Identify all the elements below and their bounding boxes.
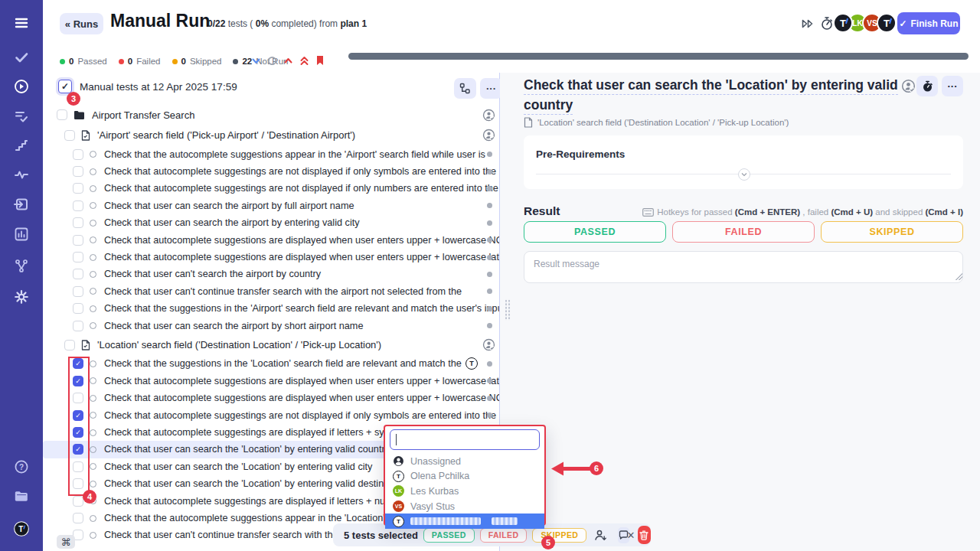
case-status-circle[interactable] bbox=[90, 446, 96, 453]
row-checkbox[interactable] bbox=[73, 166, 83, 177]
person-check-icon[interactable] bbox=[482, 109, 495, 122]
row-checkbox[interactable] bbox=[73, 269, 83, 279]
suite-title[interactable]: 'Location' search field ('Destination Lo… bbox=[97, 339, 499, 350]
plan-link[interactable]: plan 1 bbox=[340, 18, 367, 29]
row-checkbox[interactable] bbox=[64, 340, 75, 350]
case-title[interactable]: Check that user can search the airport b… bbox=[104, 201, 499, 211]
case-status-circle[interactable] bbox=[90, 305, 96, 312]
avatar[interactable]: T bbox=[877, 13, 897, 33]
case-status-circle[interactable] bbox=[90, 481, 96, 487]
detail-more-button[interactable]: ··· bbox=[942, 76, 963, 96]
help-icon[interactable]: ? bbox=[13, 458, 30, 475]
branch-icon[interactable] bbox=[13, 257, 30, 274]
select-all-checkbox[interactable]: ✓ bbox=[58, 80, 72, 93]
row-checkbox[interactable]: ✓ bbox=[73, 358, 83, 369]
bulk-skipped-pill[interactable]: SKIPPED bbox=[532, 528, 586, 543]
row-checkbox[interactable] bbox=[73, 478, 83, 489]
row-checkbox[interactable] bbox=[57, 109, 67, 120]
case-status-circle[interactable] bbox=[90, 202, 96, 209]
person-check-icon[interactable] bbox=[482, 338, 495, 351]
case-title[interactable]: Check that the autocomplete suggestions … bbox=[104, 149, 499, 160]
result-message-input[interactable] bbox=[524, 251, 963, 283]
back-to-runs-button[interactable]: « Runs bbox=[60, 13, 103, 34]
pulse-icon[interactable] bbox=[13, 166, 30, 183]
row-checkbox[interactable]: ✓ bbox=[73, 376, 83, 386]
case-title[interactable]: Check that user can't continue transfer … bbox=[104, 286, 499, 297]
case-title[interactable]: Check that autocomplete suggestions are … bbox=[104, 235, 499, 246]
row-checkbox[interactable] bbox=[64, 130, 75, 141]
list-check-icon[interactable] bbox=[13, 108, 30, 125]
case-status-circle[interactable] bbox=[90, 463, 96, 470]
assignee-option[interactable]: Unassigned bbox=[385, 454, 544, 469]
case-status-circle[interactable] bbox=[90, 271, 96, 278]
folder-title[interactable]: Airport Transfer Search bbox=[92, 109, 499, 121]
row-checkbox[interactable] bbox=[73, 149, 83, 160]
row-checkbox[interactable]: ✓ bbox=[73, 410, 83, 421]
case-title[interactable]: Check that autocomplete suggestions are … bbox=[104, 252, 499, 262]
row-checkbox[interactable] bbox=[73, 183, 83, 194]
priority-lowest-icon[interactable] bbox=[251, 56, 261, 66]
row-checkbox[interactable] bbox=[73, 513, 83, 523]
priority-normal-icon[interactable] bbox=[267, 56, 277, 66]
row-checkbox[interactable] bbox=[73, 235, 83, 246]
bookmark-icon[interactable] bbox=[315, 55, 325, 66]
result-failed-button[interactable]: FAILED bbox=[672, 221, 815, 243]
finish-run-button[interactable]: ✓Finish Run bbox=[897, 12, 960, 34]
tree-more-button[interactable]: ··· bbox=[480, 78, 502, 99]
case-status-circle[interactable] bbox=[90, 429, 96, 436]
case-status-circle[interactable] bbox=[90, 185, 96, 192]
case-title[interactable]: Check that autocomplete suggestions are … bbox=[104, 376, 499, 386]
case-title[interactable]: Check that user can search the airport b… bbox=[104, 217, 499, 228]
stopwatch-icon[interactable] bbox=[820, 16, 834, 31]
assignee-option[interactable]: TOlena Pchilka bbox=[385, 469, 544, 484]
case-title[interactable]: Check that autocomplete suggestings are … bbox=[104, 166, 499, 177]
timer-button[interactable] bbox=[916, 76, 938, 96]
case-status-circle[interactable] bbox=[90, 377, 96, 384]
textarea-resize-grip[interactable] bbox=[956, 273, 962, 280]
row-checkbox[interactable] bbox=[73, 286, 83, 297]
bar-chart-icon[interactable] bbox=[13, 226, 30, 243]
assign-user-icon[interactable] bbox=[594, 530, 607, 541]
case-status-circle[interactable] bbox=[90, 220, 96, 227]
splitter-grip[interactable] bbox=[505, 299, 511, 321]
row-checkbox[interactable] bbox=[73, 321, 83, 331]
row-checkbox[interactable] bbox=[73, 252, 83, 262]
play-circle-icon[interactable] bbox=[13, 78, 30, 95]
case-title[interactable]: Check that autocomplete suggestings are … bbox=[104, 183, 499, 194]
result-skipped-button[interactable]: SKIPPED bbox=[821, 221, 963, 243]
priority-higher-icon[interactable] bbox=[299, 56, 309, 66]
assignee-option[interactable]: LKLes Kurbas bbox=[385, 484, 544, 499]
case-status-circle[interactable] bbox=[90, 236, 96, 243]
assignee-option[interactable]: T bbox=[385, 514, 544, 529]
menu-icon[interactable] bbox=[13, 15, 30, 31]
avatar[interactable]: T bbox=[833, 13, 853, 33]
case-title[interactable]: Check that user can't search the airport… bbox=[104, 269, 499, 279]
steps-icon[interactable] bbox=[13, 137, 30, 154]
case-title[interactable]: Check that autocomplete suggestings are … bbox=[104, 410, 499, 421]
row-checkbox[interactable] bbox=[73, 393, 83, 403]
row-checkbox[interactable] bbox=[73, 496, 83, 507]
checkmark-icon[interactable] bbox=[13, 49, 30, 66]
case-status-circle[interactable] bbox=[90, 322, 96, 329]
suite-title[interactable]: 'Airport' search field ('Pick-up Airport… bbox=[97, 129, 499, 141]
case-status-circle[interactable] bbox=[90, 395, 96, 402]
case-title[interactable]: Check that user can search the airport b… bbox=[104, 321, 499, 331]
case-status-circle[interactable] bbox=[90, 151, 96, 158]
fast-forward-icon[interactable] bbox=[802, 18, 814, 29]
case-status-circle[interactable] bbox=[90, 360, 96, 367]
assignee-search-input[interactable] bbox=[390, 429, 540, 450]
case-title[interactable]: Check that autocomplete suggestions are … bbox=[104, 393, 499, 403]
case-status-circle[interactable] bbox=[90, 168, 96, 175]
assignee-option[interactable]: VSVasyl Stus bbox=[385, 499, 544, 514]
case-status-circle[interactable] bbox=[90, 412, 96, 419]
expand-divider-button[interactable] bbox=[738, 168, 750, 181]
person-check-icon[interactable] bbox=[901, 79, 916, 93]
case-status-circle[interactable] bbox=[90, 515, 96, 522]
close-icon[interactable]: ✕ bbox=[623, 527, 639, 543]
row-checkbox[interactable]: ✓ bbox=[73, 444, 83, 455]
row-checkbox[interactable] bbox=[73, 217, 83, 228]
person-check-icon[interactable] bbox=[482, 129, 495, 142]
priority-high-icon[interactable] bbox=[283, 56, 293, 66]
bulk-failed-pill[interactable]: FAILED bbox=[480, 528, 528, 543]
row-checkbox[interactable] bbox=[73, 303, 83, 314]
